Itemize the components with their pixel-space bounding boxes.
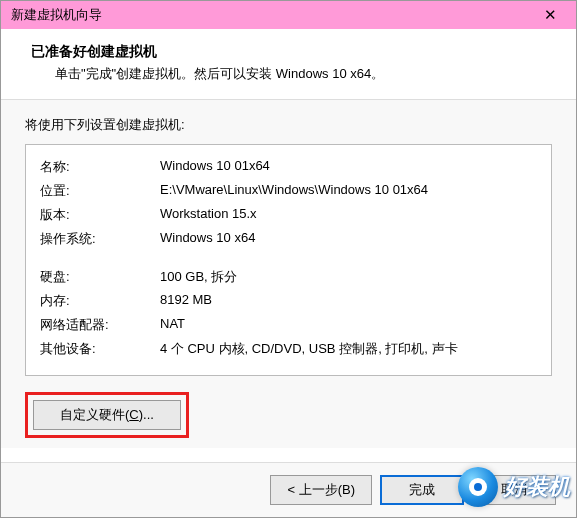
setting-label: 硬盘: (40, 268, 160, 286)
setting-label: 内存: (40, 292, 160, 310)
setting-row-disk: 硬盘: 100 GB, 拆分 (40, 265, 537, 289)
setting-value: NAT (160, 316, 537, 334)
setting-row-os: 操作系统: Windows 10 x64 (40, 227, 537, 251)
cancel-button[interactable]: 取消 (472, 475, 556, 505)
window-title: 新建虚拟机向导 (11, 6, 102, 24)
wizard-header: 已准备好创建虚拟机 单击"完成"创建虚拟机。然后可以安装 Windows 10 … (1, 29, 576, 100)
setting-label: 版本: (40, 206, 160, 224)
customize-hardware-button[interactable]: 自定义硬件(C)... (33, 400, 181, 430)
setting-value: 100 GB, 拆分 (160, 268, 537, 286)
setting-row-location: 位置: E:\VMware\Linux\Windows\Windows 10 0… (40, 179, 537, 203)
wizard-footer: < 上一步(B) 完成 取消 (1, 462, 576, 517)
titlebar: 新建虚拟机向导 ✕ (1, 1, 576, 29)
setting-value: E:\VMware\Linux\Windows\Windows 10 01x64 (160, 182, 537, 200)
back-button[interactable]: < 上一步(B) (270, 475, 372, 505)
setting-label: 操作系统: (40, 230, 160, 248)
setting-row-other: 其他设备: 4 个 CPU 内核, CD/DVD, USB 控制器, 打印机, … (40, 337, 537, 361)
header-subtitle: 单击"完成"创建虚拟机。然后可以安装 Windows 10 x64。 (31, 65, 546, 83)
setting-label: 名称: (40, 158, 160, 176)
wizard-window: 新建虚拟机向导 ✕ 已准备好创建虚拟机 单击"完成"创建虚拟机。然后可以安装 W… (0, 0, 577, 518)
setting-row-version: 版本: Workstation 15.x (40, 203, 537, 227)
setting-value: Windows 10 x64 (160, 230, 537, 248)
setting-row-memory: 内存: 8192 MB (40, 289, 537, 313)
close-button[interactable]: ✕ (530, 3, 570, 27)
setting-value: 4 个 CPU 内核, CD/DVD, USB 控制器, 打印机, 声卡 (160, 340, 537, 358)
header-title: 已准备好创建虚拟机 (31, 43, 546, 61)
setting-value: Workstation 15.x (160, 206, 537, 224)
settings-summary-box: 名称: Windows 10 01x64 位置: E:\VMware\Linux… (25, 144, 552, 376)
customize-hardware-highlight: 自定义硬件(C)... (25, 392, 189, 438)
setting-value: 8192 MB (160, 292, 537, 310)
setting-label: 位置: (40, 182, 160, 200)
setting-row-network: 网络适配器: NAT (40, 313, 537, 337)
setting-label: 其他设备: (40, 340, 160, 358)
wizard-content: 将使用下列设置创建虚拟机: 名称: Windows 10 01x64 位置: E… (1, 100, 576, 448)
intro-text: 将使用下列设置创建虚拟机: (25, 116, 552, 134)
setting-row-name: 名称: Windows 10 01x64 (40, 155, 537, 179)
setting-label: 网络适配器: (40, 316, 160, 334)
finish-button[interactable]: 完成 (380, 475, 464, 505)
close-icon: ✕ (544, 6, 557, 24)
setting-value: Windows 10 01x64 (160, 158, 537, 176)
